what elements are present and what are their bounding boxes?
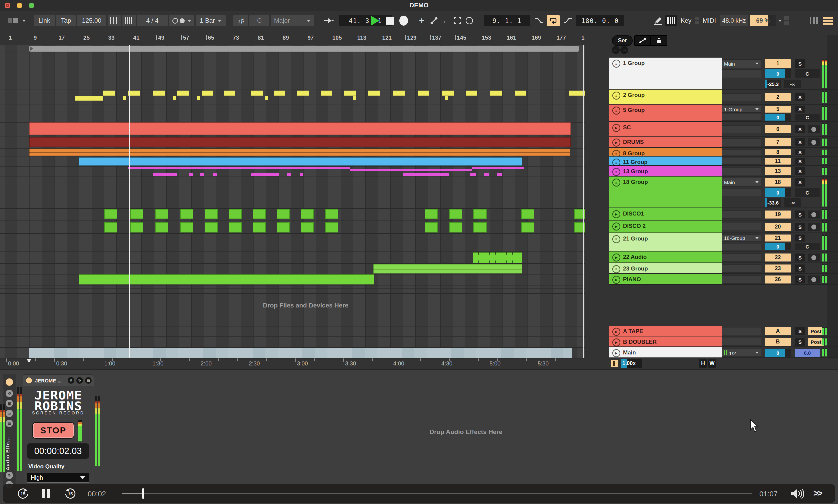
loop-start-display[interactable]: 9. 1. 1 — [484, 15, 530, 26]
seek-slider[interactable] — [122, 493, 752, 494]
automation-mode-icon[interactable] — [428, 15, 440, 26]
tap-tempo-button[interactable]: Tap — [56, 15, 76, 26]
track-number-badge[interactable]: 20 — [765, 223, 791, 231]
time-ruler[interactable]: 0:000:301:001:302:002:303:003:304:004:30… — [0, 358, 609, 370]
track-number-badge[interactable]: B — [765, 338, 791, 346]
midi-note[interactable] — [177, 91, 189, 95]
fold-height-button[interactable]: H — [699, 359, 707, 368]
disco-clip-2[interactable] — [229, 222, 242, 233]
track-number-badge[interactable]: 2 — [765, 93, 791, 101]
midi-note[interactable] — [224, 91, 235, 95]
pan-center-label[interactable]: C — [795, 69, 820, 78]
track-number-badge[interactable]: 18 — [765, 178, 791, 186]
midi-note[interactable] — [202, 91, 213, 95]
link-button[interactable]: Link — [34, 15, 55, 26]
track-row[interactable]: ≡23 Group23S — [609, 263, 838, 274]
bar-ruler[interactable]: 1917253341495765738189971051131211291371… — [0, 31, 585, 45]
piano-clip[interactable] — [78, 274, 374, 285]
pan-center-label[interactable]: C — [795, 114, 820, 121]
midi-note[interactable] — [103, 91, 115, 95]
solo-button[interactable]: S — [795, 211, 805, 218]
track-number-badge[interactable]: 22 — [765, 253, 791, 262]
midi-note[interactable] — [442, 91, 454, 95]
punch-out-icon[interactable] — [561, 15, 574, 26]
playhead[interactable] — [129, 45, 130, 358]
group11-clip[interactable] — [78, 157, 522, 165]
group23-clip[interactable] — [373, 264, 522, 273]
browser-tab-label[interactable]: Audio Effe... — [5, 427, 14, 470]
key-map-button[interactable]: Key — [677, 15, 695, 26]
sc-clip[interactable] — [29, 122, 571, 135]
browser-menu-icon[interactable] — [821, 15, 834, 26]
skip-forward-15-button[interactable]: 15 — [64, 487, 77, 501]
disco-clip-1[interactable] — [277, 209, 290, 219]
output-routing-menu[interactable]: Main — [722, 59, 761, 68]
automation-clip-line[interactable] — [472, 167, 524, 169]
track-name-cell[interactable]: ▶22 Audio — [609, 252, 722, 263]
output-routing-menu[interactable]: 18-Group — [722, 235, 761, 241]
disco-clip-2[interactable] — [277, 222, 290, 233]
draw-grid-icon[interactable] — [452, 15, 463, 26]
midi-note[interactable] — [445, 96, 448, 100]
draw-mode-pencil-icon[interactable] — [652, 15, 664, 26]
arm-record-button[interactable] — [808, 138, 820, 146]
solo-button[interactable]: S — [795, 149, 805, 155]
arrangement-scroll-zoom-bar[interactable] — [29, 46, 579, 52]
track-name-cell[interactable]: ▶DRUMS — [609, 137, 722, 147]
playback-speed-field[interactable]: 1.00x — [621, 359, 642, 368]
track-number-badge[interactable]: 13 — [765, 167, 791, 175]
automation-clip-dash[interactable] — [251, 173, 279, 176]
disco-clip-2[interactable] — [449, 222, 462, 233]
device-activator-icon[interactable] — [6, 378, 13, 386]
arm-record-button[interactable] — [808, 253, 820, 262]
track-row[interactable]: ≡11 Group11S — [609, 157, 838, 166]
metronome-button[interactable] — [169, 15, 194, 26]
solo-button[interactable]: S — [795, 93, 805, 101]
device-window-icon[interactable]: ⧉ — [68, 377, 74, 384]
track-number-badge[interactable]: 21 — [765, 235, 791, 241]
arrangement-end-marker[interactable] — [583, 45, 584, 358]
automation-clip-line[interactable] — [350, 169, 472, 171]
audition-waveform-icon[interactable] — [611, 360, 618, 367]
track-number-badge[interactable]: A — [765, 327, 791, 335]
disco-clip-2[interactable] — [130, 222, 143, 233]
track-name-cell[interactable]: ≡13 Group — [609, 166, 722, 176]
group8-clip[interactable] — [29, 148, 570, 156]
midi-note[interactable] — [173, 96, 176, 100]
midi-note[interactable] — [197, 96, 200, 100]
main-volume-field[interactable]: 6.0 — [795, 349, 820, 357]
track-name-cell[interactable]: ≡8 Group — [609, 148, 722, 156]
track-row[interactable]: ≡21 Group18-Group21S0C — [609, 233, 838, 252]
back-arrow-button[interactable]: ← — [612, 46, 620, 54]
hot-swap-icon[interactable]: ⟲ — [6, 390, 13, 397]
solo-button[interactable]: S — [795, 253, 805, 262]
track-name-cell[interactable]: ≡5 Group — [609, 105, 722, 121]
punch-in-icon[interactable] — [533, 15, 546, 26]
track-row[interactable]: ▶A TAPEASPost — [609, 326, 838, 337]
arm-record-button[interactable] — [808, 211, 820, 218]
key-root-field[interactable]: C — [249, 15, 269, 26]
automation-clip-dash[interactable] — [200, 173, 204, 176]
panel-caret-icon[interactable] — [21, 15, 27, 26]
track-row[interactable]: ≡5 Group1-Group5S0C — [609, 105, 838, 122]
midi-note[interactable] — [75, 96, 103, 101]
automation-clip-dash[interactable] — [213, 173, 217, 176]
track-row[interactable]: ▶22 Audio22S — [609, 252, 838, 263]
track-number-badge[interactable]: 8 — [765, 149, 791, 155]
track-number-badge[interactable]: 1 — [765, 59, 791, 68]
track-row[interactable]: ▶PIANO26S — [609, 274, 838, 285]
drums-clip[interactable] — [29, 137, 571, 147]
panel-toggle-icon[interactable] — [5, 15, 20, 26]
midi-map-button[interactable]: MIDI — [700, 15, 719, 26]
output-routing-menu[interactable]: Main — [722, 178, 761, 186]
draw-automation-button[interactable] — [634, 35, 651, 46]
automation-clip-dash[interactable] — [484, 173, 489, 176]
pan-knob[interactable]: 0 — [765, 114, 791, 121]
track-name-cell[interactable]: ▶Main — [609, 347, 722, 357]
seek-slider-handle[interactable] — [142, 488, 144, 499]
midi-note[interactable] — [265, 96, 268, 100]
nudge-down-icon[interactable] — [108, 15, 121, 26]
post-fader-button[interactable]: Post — [808, 338, 824, 346]
midi-note[interactable] — [515, 91, 526, 95]
disco-clip-1[interactable] — [104, 209, 117, 219]
